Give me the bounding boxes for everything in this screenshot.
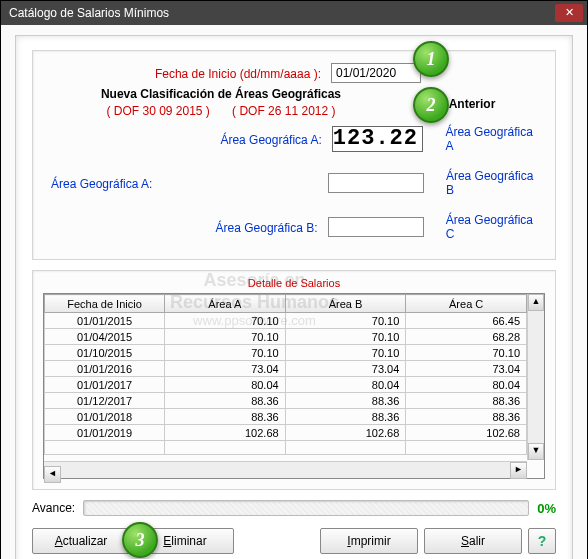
table-row[interactable]: 01/10/201570.1070.1070.10 <box>45 345 527 361</box>
area-a-label-left: Área Geográfica A: <box>51 177 152 191</box>
callout-2: 2 <box>413 87 449 123</box>
table-cell[interactable]: 102.68 <box>285 425 406 441</box>
table-cell[interactable]: 73.04 <box>165 361 286 377</box>
button-bar: 3 Actualizar Eliminar Imprimir Salir ? <box>32 528 556 554</box>
nueva-clasificacion-label: Nueva Clasificación de Áreas Geográficas <box>51 87 391 101</box>
table-cell[interactable]: 88.36 <box>406 393 527 409</box>
table-cell[interactable]: 70.10 <box>285 313 406 329</box>
avance-label: Avance: <box>32 501 75 515</box>
detalle-title: Detalle de Salarios <box>43 277 545 289</box>
table-cell[interactable]: 01/01/2018 <box>45 409 165 425</box>
table-cell[interactable]: 88.36 <box>165 393 286 409</box>
table-cell[interactable]: 01/01/2016 <box>45 361 165 377</box>
table-row[interactable]: 01/01/201780.0480.0480.04 <box>45 377 527 393</box>
main-panel: 1 2 Fecha de Inicio (dd/mm/aaaa ): Nueva… <box>15 35 573 559</box>
scroll-left-icon[interactable]: ◄ <box>44 466 61 483</box>
table-cell[interactable]: 70.10 <box>285 329 406 345</box>
table-cell[interactable]: 70.10 <box>165 313 286 329</box>
table-row[interactable]: 01/12/201788.3688.3688.36 <box>45 393 527 409</box>
col-area-a[interactable]: Área A <box>165 295 286 313</box>
table-cell[interactable]: 01/04/2015 <box>45 329 165 345</box>
dof-2015-label: ( DOF 30 09 2015 ) <box>106 104 209 118</box>
table-cell[interactable]: 66.45 <box>406 313 527 329</box>
col-area-b[interactable]: Área B <box>285 295 406 313</box>
salir-button[interactable]: Salir <box>424 528 522 554</box>
table-row[interactable]: 01/01/201570.1070.1066.45 <box>45 313 527 329</box>
table-cell[interactable]: 73.04 <box>406 361 527 377</box>
window-title: Catálogo de Salarios Mínimos <box>5 6 555 20</box>
dof-2012-label: ( DOF 26 11 2012 ) <box>232 104 335 118</box>
scroll-right-icon[interactable]: ► <box>510 462 527 479</box>
table-cell[interactable]: 70.10 <box>165 329 286 345</box>
table-cell[interactable]: 88.36 <box>285 393 406 409</box>
col-fecha[interactable]: Fecha de Inicio <box>45 295 165 313</box>
help-button[interactable]: ? <box>528 528 556 554</box>
table-cell[interactable]: 01/10/2015 <box>45 345 165 361</box>
scroll-down-icon[interactable]: ▼ <box>528 443 544 460</box>
table-cell[interactable]: 68.28 <box>406 329 527 345</box>
table-cell[interactable]: 102.68 <box>406 425 527 441</box>
close-icon: ✕ <box>565 6 574 18</box>
table-cell[interactable]: 73.04 <box>285 361 406 377</box>
area-c-anterior-input[interactable] <box>328 217 424 237</box>
table-cell[interactable]: 01/01/2019 <box>45 425 165 441</box>
form-frame: 1 2 Fecha de Inicio (dd/mm/aaaa ): Nueva… <box>32 50 556 260</box>
table-cell[interactable]: 01/12/2017 <box>45 393 165 409</box>
app-window: Catálogo de Salarios Mínimos ✕ 1 2 Fecha… <box>0 0 588 559</box>
table-horizontal-scrollbar[interactable]: ◄ ► <box>44 461 527 478</box>
detalle-frame: Detalle de Salarios Fecha de Inicio Área… <box>32 270 556 490</box>
anterior-area-c: Área Geográfica C <box>446 213 537 241</box>
avance-progressbar <box>83 500 529 516</box>
salario-valor-display: 123.22 <box>332 126 423 152</box>
table-row[interactable]: 01/01/201888.3688.3688.36 <box>45 409 527 425</box>
table-cell[interactable]: 102.68 <box>165 425 286 441</box>
callout-3: 3 <box>122 522 158 558</box>
table-cell[interactable]: 70.10 <box>165 345 286 361</box>
title-bar: Catálogo de Salarios Mínimos ✕ <box>1 1 587 25</box>
close-button[interactable]: ✕ <box>555 4 583 22</box>
area-a-label-mid: Área Geográfica A: <box>220 133 321 147</box>
table-cell[interactable]: 01/01/2017 <box>45 377 165 393</box>
area-b-label-mid: Área Geográfica B: <box>216 221 318 235</box>
imprimir-button[interactable]: Imprimir <box>320 528 418 554</box>
fecha-inicio-label: Fecha de Inicio (dd/mm/aaaa ): <box>155 67 321 81</box>
table-cell[interactable]: 80.04 <box>406 377 527 393</box>
table-vertical-scrollbar[interactable]: ▲ ▼ <box>527 294 544 460</box>
anterior-area-b: Área Geográfica B <box>446 169 537 197</box>
avance-percent: 0% <box>537 501 556 516</box>
table-row[interactable]: 01/04/201570.1070.1068.28 <box>45 329 527 345</box>
table-cell[interactable]: 80.04 <box>165 377 286 393</box>
table-cell[interactable]: 88.36 <box>285 409 406 425</box>
actualizar-button[interactable]: Actualizar <box>32 528 130 554</box>
table-cell[interactable]: 88.36 <box>406 409 527 425</box>
table-row[interactable]: 01/01/2019102.68102.68102.68 <box>45 425 527 441</box>
table-cell[interactable]: 70.10 <box>285 345 406 361</box>
table-row[interactable]: 01/01/201673.0473.0473.04 <box>45 361 527 377</box>
anterior-header: Anterior <box>449 97 496 111</box>
callout-1: 1 <box>413 41 449 77</box>
fecha-inicio-input[interactable] <box>331 63 421 83</box>
area-b-anterior-input[interactable] <box>328 173 424 193</box>
table-cell[interactable]: 70.10 <box>406 345 527 361</box>
table-cell[interactable]: 80.04 <box>285 377 406 393</box>
salarios-table: Fecha de Inicio Área A Área B Área C 01/… <box>44 294 527 455</box>
table-cell[interactable]: 88.36 <box>165 409 286 425</box>
anterior-area-a: Área Geográfica A <box>445 125 537 153</box>
scroll-up-icon[interactable]: ▲ <box>528 294 544 311</box>
table-cell[interactable]: 01/01/2015 <box>45 313 165 329</box>
col-area-c[interactable]: Área C <box>406 295 527 313</box>
